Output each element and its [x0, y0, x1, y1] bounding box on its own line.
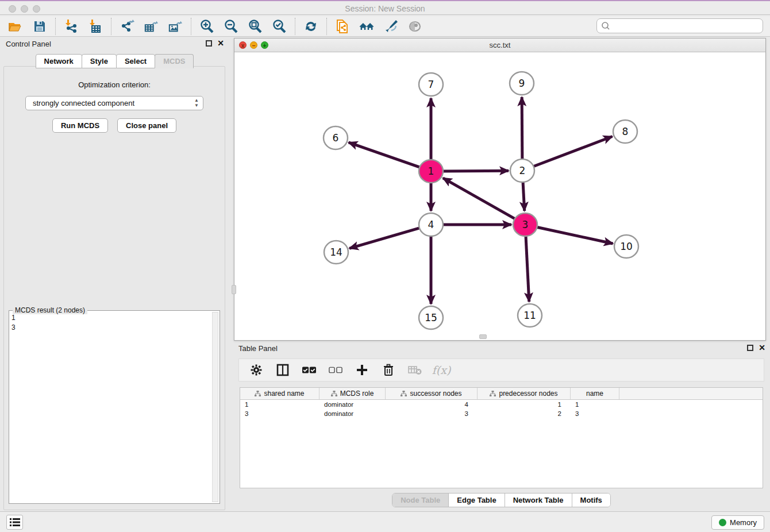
tab-node-table[interactable]: Node Table [392, 494, 449, 507]
column-header-predecessor-nodes[interactable]: predecessor nodes [478, 388, 571, 399]
clone-network-icon[interactable] [335, 19, 350, 34]
network-minimize-button[interactable]: – [250, 41, 257, 49]
edge-2-9[interactable] [522, 97, 522, 160]
tab-mcds[interactable]: MCDS [155, 54, 194, 68]
select-all-checkboxes-icon[interactable] [302, 363, 316, 377]
node-label: 14 [330, 246, 342, 258]
edge-1-2[interactable] [442, 171, 509, 171]
export-table-icon[interactable] [144, 19, 159, 34]
column-header-shared-name[interactable]: shared name [240, 388, 319, 399]
optimization-criterion-dropdown[interactable]: strongly connected component ▲▼ [25, 96, 203, 110]
node-4[interactable]: 4 [419, 213, 443, 236]
main-toolbar [0, 16, 770, 37]
edge-4-14[interactable] [349, 228, 421, 248]
tab-network[interactable]: Network [36, 54, 82, 68]
table-row[interactable]: 1dominator411 [240, 400, 763, 409]
list-icon [10, 518, 20, 526]
edge-3-1[interactable] [443, 178, 516, 219]
node-table[interactable]: shared nameMCDS rolesuccessor nodesprede… [240, 387, 763, 488]
eye-icon[interactable] [407, 19, 422, 34]
node-14[interactable]: 14 [324, 241, 348, 264]
control-panel-title: Control Panel [0, 38, 229, 51]
search-field[interactable] [596, 18, 763, 33]
table-cell: 3 [386, 409, 478, 418]
run-mcds-button[interactable]: Run MCDS [52, 118, 108, 133]
zoom-in-icon[interactable] [199, 19, 214, 34]
column-header-successor-nodes[interactable]: successor nodes [386, 388, 478, 399]
network-zoom-button[interactable]: + [261, 41, 268, 49]
network-close-button[interactable]: x [239, 41, 247, 49]
delete-column-icon[interactable] [382, 363, 395, 377]
node-label: 6 [333, 132, 339, 144]
tab-style[interactable]: Style [82, 54, 117, 68]
table-body: 1dominator4113dominator323 [240, 400, 763, 418]
column-header-MCDS-role[interactable]: MCDS role [319, 388, 386, 399]
close-panel-icon[interactable]: ✕ [217, 40, 224, 47]
node-11[interactable]: 11 [518, 304, 542, 327]
network-window-titlebar[interactable]: x – + scc.txt [234, 38, 765, 52]
zoom-selected-icon[interactable] [272, 19, 287, 34]
edge-2-8[interactable] [533, 137, 613, 167]
close-panel-icon[interactable]: ✕ [759, 345, 765, 351]
import-table-icon[interactable] [88, 19, 103, 34]
network-window-title: scc.txt [234, 38, 765, 52]
add-column-icon[interactable] [355, 363, 369, 377]
float-panel-icon[interactable] [747, 345, 753, 351]
export-image-icon[interactable] [168, 19, 183, 34]
refresh-layout-icon[interactable] [303, 19, 318, 34]
import-network-icon[interactable] [64, 19, 79, 34]
tab-network-table[interactable]: Network Table [505, 494, 572, 507]
memory-button[interactable]: Memory [711, 515, 764, 530]
node-10[interactable]: 10 [614, 235, 638, 258]
search-input[interactable] [611, 20, 763, 32]
node-1[interactable]: 1 [419, 160, 443, 183]
zoom-fit-icon[interactable] [248, 19, 263, 34]
home-icon[interactable] [359, 19, 374, 34]
table-cell: 2 [478, 409, 571, 418]
vertical-splitter-handle[interactable] [232, 285, 236, 294]
node-label: 9 [519, 78, 525, 89]
column-label: predecessor nodes [499, 390, 557, 398]
deselect-all-checkboxes-icon[interactable] [329, 363, 342, 377]
network-canvas[interactable]: 7968124314101511 [234, 52, 765, 340]
edge-2-3[interactable] [523, 182, 525, 211]
table-cell: dominator [319, 409, 386, 418]
node-7[interactable]: 7 [419, 73, 443, 96]
table-toolbar: f(x) [238, 358, 764, 381]
close-panel-button[interactable]: Close panel [117, 118, 176, 133]
columns-icon[interactable] [276, 363, 290, 377]
node-8[interactable]: 8 [613, 120, 637, 143]
zoom-out-icon[interactable] [224, 19, 238, 34]
node-label: 10 [620, 241, 633, 252]
gear-icon[interactable] [249, 363, 263, 377]
task-history-button[interactable] [6, 515, 23, 530]
mcds-result-text[interactable]: 1 3 [11, 313, 211, 502]
node-label: 11 [523, 310, 536, 321]
node-9[interactable]: 9 [510, 72, 534, 95]
application-window: Session: New Session [0, 0, 770, 532]
export-network-icon[interactable] [120, 19, 134, 34]
open-file-icon[interactable] [8, 19, 23, 34]
node-2[interactable]: 2 [510, 159, 534, 182]
node-15[interactable]: 15 [419, 306, 443, 329]
tab-motifs[interactable]: Motifs [572, 494, 610, 507]
table-cell: 4 [386, 400, 478, 409]
table-tabs: Node TableEdge TableNetwork TableMotifs [392, 493, 611, 507]
column-header-name[interactable]: name [571, 388, 619, 399]
edge-3-11[interactable] [526, 236, 529, 302]
tab-edge-table[interactable]: Edge Table [449, 494, 505, 507]
optimization-criterion-label: Optimization criterion: [4, 80, 225, 89]
network-graph[interactable]: 7968124314101511 [234, 52, 765, 340]
node-6[interactable]: 6 [324, 126, 348, 149]
float-panel-icon[interactable] [206, 40, 212, 47]
paintbrush-icon[interactable] [383, 19, 398, 34]
edge-1-6[interactable] [349, 142, 421, 168]
table-row[interactable]: 3dominator323 [240, 409, 763, 418]
horizontal-splitter-handle[interactable] [479, 334, 487, 339]
edge-3-10[interactable] [536, 227, 613, 244]
hierarchy-icon [255, 391, 261, 396]
tab-select[interactable]: Select [116, 54, 155, 68]
save-session-icon[interactable] [32, 19, 47, 34]
result-scrollbar[interactable] [212, 312, 218, 502]
node-3[interactable]: 3 [513, 213, 537, 236]
